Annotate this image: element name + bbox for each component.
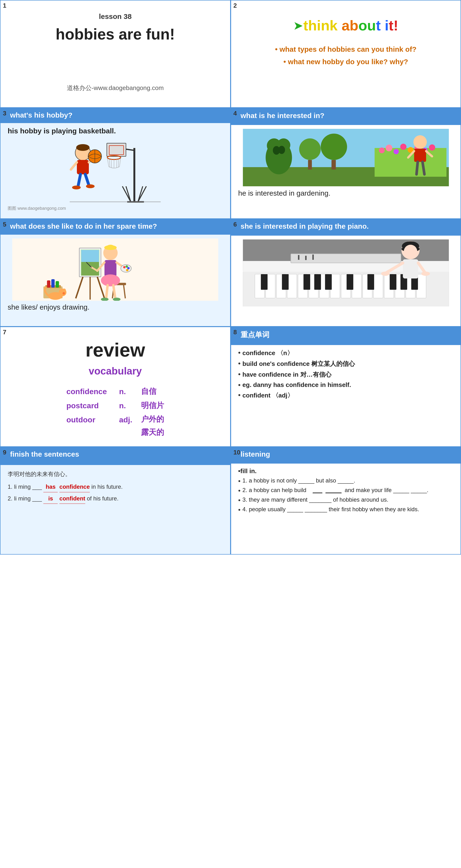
cell-number-2: 2 — [234, 2, 237, 9]
bullet-dot-1: • — [238, 349, 241, 356]
piano-photo — [238, 240, 454, 307]
svg-point-8 — [86, 184, 95, 188]
svg-rect-99 — [298, 255, 299, 260]
drawing-girl-svg — [8, 239, 223, 301]
cell-number-5: 5 — [3, 221, 6, 228]
sentence-line-1: 1. li ming ___ has confidence in his fut… — [8, 482, 223, 492]
bullet-dot-10-1: • — [238, 477, 241, 485]
drawing-photo — [8, 239, 223, 301]
svg-point-1 — [76, 144, 90, 151]
svg-point-138 — [381, 272, 390, 276]
svg-point-69 — [107, 245, 114, 248]
vocab-pos-outdoor: adj. — [119, 413, 141, 426]
svg-rect-101 — [312, 254, 314, 260]
cell-number-7: 7 — [3, 329, 6, 336]
svg-rect-118 — [261, 274, 268, 290]
svg-line-5 — [78, 174, 81, 186]
piano-svg — [238, 240, 454, 307]
bullet-dot-10-4: • — [238, 506, 241, 514]
svg-point-42 — [379, 148, 385, 153]
main-grid: 1 lesson 38 hobbies are fun! 道格办公-www.da… — [0, 0, 461, 555]
bullet-dot-3: • — [238, 370, 241, 378]
cell5-header: what does she like to do in her spare ti… — [10, 222, 223, 230]
bullet-dot-5: • — [238, 391, 241, 399]
vocab-cn-outdoor: 户外的 露天的 — [141, 412, 164, 439]
svg-point-139 — [421, 272, 430, 276]
cell10-bullet-2: • 2. a hobby can help build ___ _____ an… — [238, 487, 454, 494]
svg-rect-120 — [303, 274, 310, 290]
cell4-header-bar: what is he interested in? — [231, 108, 461, 125]
cell8-bullet-4: • eg. danny has confidence in himself. — [238, 381, 454, 389]
cell8-bullet-1: • confidence 〈n〉 — [238, 349, 454, 357]
fill-in-label: •fill in. — [238, 467, 454, 475]
vocab-cn-confidence: 自信 — [141, 384, 164, 398]
chinese-sentence: 李明对他的未来有信心。 — [8, 469, 223, 479]
vocab-en-outdoor: outdoor — [66, 413, 119, 426]
svg-rect-38 — [308, 160, 312, 169]
svg-rect-119 — [282, 274, 288, 290]
svg-rect-59 — [81, 250, 99, 262]
cell4-subtext: he is interested in gardening. — [238, 189, 454, 197]
gardening-svg — [238, 129, 454, 186]
svg-rect-122 — [325, 274, 332, 290]
svg-point-94 — [62, 292, 65, 294]
svg-rect-70 — [104, 260, 116, 277]
svg-line-54 — [417, 162, 418, 174]
svg-point-37 — [299, 138, 321, 160]
svg-point-79 — [126, 269, 128, 271]
svg-rect-87 — [47, 280, 50, 287]
cell-number-6: 6 — [234, 221, 237, 228]
svg-line-81 — [106, 285, 107, 298]
svg-point-44 — [394, 149, 399, 154]
vocab-row-postcard: postcard n. 明信片 — [66, 399, 164, 412]
vocab-pos-confidence: n. — [119, 385, 141, 398]
main-title: hobbies are fun! — [8, 25, 223, 43]
cell8-bullet-3: • have confidence in 对…有信心 — [238, 370, 454, 379]
svg-rect-123 — [346, 274, 353, 290]
fill-is: is — [43, 493, 58, 504]
svg-point-39 — [321, 134, 347, 160]
gardening-photo — [238, 129, 454, 186]
cell8-bullet-5: • confident 〈adj〉 — [238, 391, 454, 400]
svg-rect-124 — [367, 274, 374, 290]
cell5-header-bar: what does she like to do in her spare ti… — [0, 219, 230, 235]
svg-point-49 — [429, 145, 435, 151]
sentence-exercise: 李明对他的未来有信心。 1. li ming ___ has confidenc… — [8, 469, 223, 504]
cell10-bullet-1: • 1. a hobby is not only _____ but also … — [238, 477, 454, 485]
svg-rect-98 — [291, 254, 401, 263]
svg-rect-51 — [414, 149, 426, 162]
cell9-header-bar: finish the sentences — [0, 447, 230, 465]
cell10-header-bar: listening — [231, 447, 461, 464]
cell8-header-bar: 重点单词 — [231, 327, 461, 345]
fill-confident: confident — [59, 493, 85, 504]
svg-point-50 — [413, 135, 427, 149]
svg-point-76 — [123, 266, 125, 269]
cell-1: 1 lesson 38 hobbies are fun! 道格办公-www.da… — [0, 0, 230, 108]
svg-rect-125 — [390, 274, 396, 290]
cell8-header: 重点单词 — [241, 330, 454, 340]
svg-point-43 — [386, 145, 392, 151]
lesson-label: lesson 38 — [8, 12, 223, 21]
svg-point-45 — [400, 144, 406, 150]
cell-number-10: 10 — [234, 449, 240, 456]
review-title: review — [8, 339, 223, 361]
svg-line-6 — [85, 174, 89, 185]
cell-10: 10 listening •fill in. • 1. a hobby is n… — [230, 447, 461, 555]
vocab-row-confidence: confidence n. 自信 — [66, 384, 164, 398]
svg-point-134 — [404, 245, 417, 258]
vocab-cn-postcard: 明信片 — [141, 399, 164, 412]
cell-6: 6 she is interested in playing the piano… — [230, 219, 461, 327]
svg-rect-88 — [51, 279, 55, 287]
cell-2: 2 ➤ think about it! • what types of hobb… — [230, 0, 461, 108]
vocab-row-outdoor: outdoor adj. 户外的 露天的 — [66, 412, 164, 439]
svg-rect-60 — [81, 262, 99, 276]
cell5-subtext: she likes/ enjoys drawing. — [8, 303, 223, 311]
bullet-dot-10-2: • — [238, 487, 241, 494]
cell10-header: listening — [241, 450, 454, 458]
basketball-drawing — [8, 138, 223, 203]
cell6-header: she is interested in playing the piano. — [241, 222, 454, 230]
cell9-header: finish the sentences — [10, 450, 223, 458]
svg-line-20 — [117, 158, 117, 167]
cell-number-3: 3 — [3, 110, 6, 117]
fill-confidence: confidence — [59, 482, 90, 492]
